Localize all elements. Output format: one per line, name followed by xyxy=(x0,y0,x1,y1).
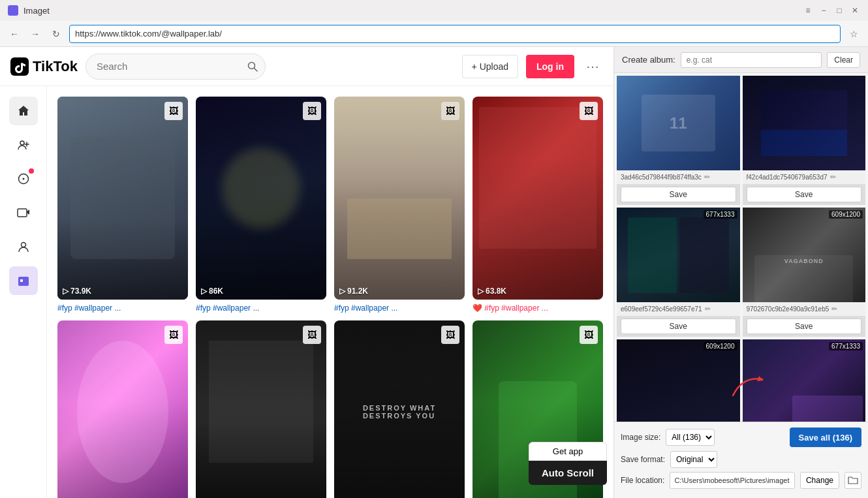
image-size-badge: 609x1200 xyxy=(829,210,863,219)
image-thumbnail[interactable]: 677x1333 xyxy=(617,208,740,302)
image-thumbnail[interactable]: 609x1200 VAGABOND xyxy=(743,208,866,302)
thumb-content xyxy=(57,97,188,300)
video-thumbnail[interactable]: 🖼 ▷ 86K xyxy=(196,97,326,300)
tiktok-search-input[interactable] xyxy=(85,54,266,80)
login-button[interactable]: Log in xyxy=(526,55,574,78)
bookmark-button[interactable]: ☆ xyxy=(846,26,861,42)
image-meta: 3ad46c5d79844f9b874ffa3c ✏ xyxy=(617,170,740,184)
image-size-label: Image size: xyxy=(621,433,660,442)
video-card[interactable]: 🖼 ▷ 91.2K #fyp #wallpaper ... xyxy=(334,97,465,313)
tiktok-logo-icon xyxy=(10,57,29,76)
video-card[interactable]: 🖼 ▷ 206.2K #fyp #wallpaper ... xyxy=(57,320,188,498)
more-options-button[interactable]: ⋯ xyxy=(582,56,603,77)
url-input[interactable] xyxy=(69,25,841,43)
back-button[interactable]: ← xyxy=(7,26,22,42)
nav-home[interactable] xyxy=(9,97,38,125)
imaget-images-grid[interactable]: 11 3ad46c5d79844f9b874ffa3c ✏ Save xyxy=(614,73,868,422)
video-card[interactable]: 🖼 ▷ 64.6K Hope this reaches the ... xyxy=(196,320,326,498)
save-format-select[interactable]: Original xyxy=(670,451,717,468)
save-image-button[interactable]: Save xyxy=(621,187,736,202)
video-title: #fyp #wallpaper ... xyxy=(57,303,188,313)
forward-button[interactable]: → xyxy=(27,26,43,42)
save-image-button[interactable]: Save xyxy=(621,319,736,334)
video-thumbnail[interactable]: 🖼 ▷ 64.6K xyxy=(196,320,326,498)
edit-icon[interactable]: ✏ xyxy=(831,305,837,313)
video-thumbnail[interactable]: 🖼 ▷ 73.9K xyxy=(57,97,188,300)
tiktok-search-container xyxy=(85,54,266,80)
play-count: ▷ 63.8K xyxy=(478,287,506,296)
maximize-button[interactable]: □ xyxy=(834,5,845,16)
image-size-select[interactable]: All (136) xyxy=(666,429,715,446)
video-grid: 🖼 ▷ 73.9K #fyp #wallpaper ... xyxy=(47,86,613,498)
tiktok-logo[interactable]: TikTok xyxy=(10,57,78,76)
get-app-button[interactable]: Get app xyxy=(529,442,607,461)
edit-icon[interactable]: ✏ xyxy=(705,305,711,313)
video-card[interactable]: 🖼 ▷ 73.9K #fyp #wallpaper ... xyxy=(57,97,188,313)
save-image-button[interactable]: Save xyxy=(747,187,862,202)
svg-rect-9 xyxy=(18,277,29,286)
video-title: #fyp #wallpaper ... xyxy=(334,303,465,313)
image-thumbnail[interactable]: 11 xyxy=(617,76,740,170)
video-thumbnail[interactable]: 🖼 ▷ 206.2K xyxy=(57,320,188,498)
folder-icon xyxy=(848,476,858,485)
save-image-button[interactable]: Save xyxy=(747,319,862,334)
image-item: 11 3ad46c5d79844f9b874ffa3c ✏ Save xyxy=(617,76,740,205)
image-thumbnail[interactable] xyxy=(743,76,866,170)
edit-icon[interactable]: ✏ xyxy=(830,173,836,181)
refresh-button[interactable]: ↻ xyxy=(48,26,64,42)
image-item: 609x1200 Save xyxy=(617,339,740,422)
video-card[interactable]: 🖼 ▷ 63.8K ❤️ #fyp #wallpaper ... xyxy=(473,97,603,313)
image-item: 677x1333 e609eef5729c45e99657e71 ✏ Save xyxy=(617,208,740,337)
image-meta: f42c4ad1dc7540679a653d7 ✏ xyxy=(743,170,866,184)
edit-icon[interactable]: ✏ xyxy=(704,173,710,181)
svg-point-6 xyxy=(22,178,24,180)
image-meta: e609eef5729c45e99657e71 ✏ xyxy=(617,302,740,316)
video-card[interactable]: DESTROY WHATDESTROYS YOU 🖼 ▷ 70.1K #fyp … xyxy=(334,320,465,498)
browser-bar: ← → ↻ ☆ xyxy=(0,21,868,47)
image-thumbnail[interactable]: 609x1200 xyxy=(617,339,740,422)
menu-icon[interactable]: ≡ xyxy=(803,5,813,16)
nav-profile[interactable] xyxy=(9,232,38,261)
video-thumbnail[interactable]: DESTROY WHATDESTROYS YOU 🖼 ▷ 70.1K xyxy=(334,320,465,498)
tiktok-header: TikTok + Upload Log in ⋯ xyxy=(0,47,613,86)
folder-button[interactable] xyxy=(845,472,861,489)
tiktok-logo-text: TikTok xyxy=(33,58,78,75)
create-album-label: Create album: xyxy=(622,55,675,65)
thumb-content xyxy=(196,97,326,300)
file-location-input[interactable] xyxy=(670,472,795,489)
nav-live[interactable] xyxy=(9,198,38,227)
video-grid-scroll[interactable]: 🖼 ▷ 73.9K #fyp #wallpaper ... xyxy=(47,86,613,498)
video-card[interactable]: 🖼 ▷ 86K #fyp #wallpaper ... xyxy=(196,97,326,313)
titlebar: Imaget ≡ − □ ✕ xyxy=(0,0,868,21)
auto-scroll-popup: Get app Auto Scroll xyxy=(529,442,607,485)
search-button[interactable] xyxy=(242,56,263,77)
image-thumbnail[interactable]: 677x1333 xyxy=(743,339,866,422)
auto-scroll-button[interactable]: Auto Scroll xyxy=(529,461,607,485)
home-icon xyxy=(16,104,31,118)
image-overlay-icon: 🖼 xyxy=(441,102,459,120)
video-thumbnail[interactable]: 🖼 ▷ 91.2K xyxy=(334,97,465,300)
video-thumbnail[interactable]: 🖼 ▷ 63.8K xyxy=(473,97,603,300)
upload-button[interactable]: + Upload xyxy=(462,55,518,78)
change-button[interactable]: Change xyxy=(800,472,839,489)
album-input[interactable] xyxy=(681,52,822,68)
clear-button[interactable]: Clear xyxy=(827,52,860,68)
image-item: f42c4ad1dc7540679a653d7 ✏ Save xyxy=(743,76,866,205)
save-all-button[interactable]: Save all (136) xyxy=(790,428,861,447)
nav-imaget[interactable] xyxy=(9,266,38,295)
profile-icon xyxy=(16,240,31,254)
tiktok-left-nav xyxy=(0,86,47,498)
imaget-panel: Create album: Clear 11 3ad46c5d79844f9b8… xyxy=(613,47,868,498)
nav-explore[interactable] xyxy=(9,164,38,193)
thumb-content xyxy=(334,97,465,300)
play-count: ▷ 91.2K xyxy=(339,287,368,296)
svg-rect-10 xyxy=(20,279,23,282)
window-controls: ≡ − □ ✕ xyxy=(803,5,860,16)
image-size-row: Image size: All (136) Save all (136) xyxy=(621,428,861,447)
minimize-button[interactable]: − xyxy=(818,5,829,16)
nav-following[interactable] xyxy=(9,131,38,159)
close-button[interactable]: ✕ xyxy=(850,5,860,16)
svg-rect-7 xyxy=(18,209,27,217)
explore-badge xyxy=(29,168,34,174)
thumb-content xyxy=(196,320,326,498)
